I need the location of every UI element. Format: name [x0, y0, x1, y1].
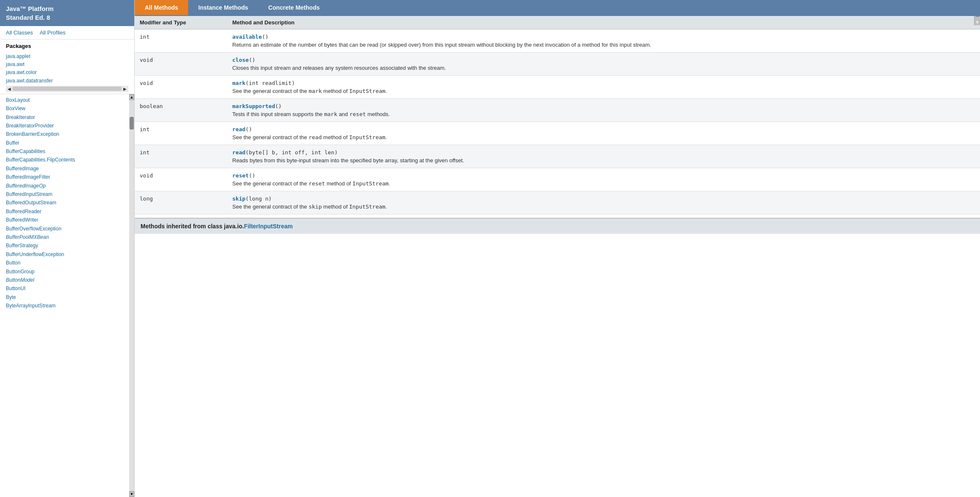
class-BufferedReader[interactable]: BufferedReader: [6, 207, 123, 216]
modifier-cell: void: [135, 53, 227, 76]
class-ButtonModel[interactable]: ButtonModel: [6, 276, 123, 284]
method-link-available[interactable]: available: [232, 34, 262, 40]
method-link-close[interactable]: close: [232, 57, 249, 63]
method-cell: mark(int readlimit) See the general cont…: [227, 76, 980, 99]
method-desc: Returns an estimate of the number of byt…: [232, 42, 975, 48]
method-link-markSupported[interactable]: markSupported: [232, 103, 275, 109]
table-row: void reset() See the general contract of…: [135, 168, 980, 191]
class-BufferCapabilities-FlipContents[interactable]: BufferCapabilities.FlipContents: [6, 156, 123, 164]
class-BufferPoolMXBean[interactable]: BufferPoolMXBean: [6, 233, 123, 241]
packages-scroll-area: java.applet java.awt java.awt.color java…: [6, 53, 128, 85]
scroll-left-arrow[interactable]: ◀: [8, 87, 11, 91]
classes-scroll-thumb[interactable]: [130, 117, 134, 130]
table-row: boolean markSupported() Tests if this in…: [135, 99, 980, 122]
method-link-read[interactable]: read: [232, 126, 245, 132]
col-modifier-header: Modifier and Type: [135, 16, 227, 29]
sidebar: Java™ Platform Standard Ed. 8 ▲ ▼ All Cl…: [0, 0, 135, 497]
table-row: int read() See the general contract of t…: [135, 122, 980, 145]
tab-concrete-methods[interactable]: Concrete Methods: [258, 0, 330, 15]
class-BufferedImageOp[interactable]: BufferedImageOp: [6, 182, 123, 190]
table-row: void mark(int readlimit) See the general…: [135, 76, 980, 99]
inherited-section: Methods inherited from class java.io.Fil…: [135, 218, 980, 234]
method-cell: skip(long n) See the general contract of…: [227, 191, 980, 214]
method-cell: markSupported() Tests if this input stre…: [227, 99, 980, 122]
method-link-reset[interactable]: reset: [232, 172, 249, 179]
scroll-right-arrow[interactable]: ▶: [123, 87, 127, 91]
tab-bar: All Methods Instance Methods Concrete Me…: [135, 0, 980, 16]
class-ButtonGroup[interactable]: ButtonGroup: [6, 267, 123, 276]
table-row: int read(byte[] b, int off, int len) Rea…: [135, 145, 980, 168]
class-Button[interactable]: Button: [6, 259, 123, 267]
sidebar-header: Java™ Platform Standard Ed. 8 ▲ ▼: [0, 0, 134, 26]
inherited-class-link[interactable]: FilterInputStream: [244, 223, 293, 230]
table-row: void close() Closes this input stream an…: [135, 53, 980, 76]
sidebar-title: Java™ Platform Standard Ed. 8: [6, 5, 53, 21]
method-cell: read() See the general contract of the r…: [227, 122, 980, 145]
inherited-label: Methods inherited from class java.io.: [141, 223, 244, 230]
class-Buffer[interactable]: Buffer: [6, 139, 123, 147]
classes-scroll-track: [130, 100, 134, 491]
method-cell: available() Returns an estimate of the n…: [227, 29, 980, 53]
class-BufferedImage[interactable]: BufferedImage: [6, 164, 123, 173]
main-content: All Methods Instance Methods Concrete Me…: [135, 0, 980, 497]
package-java-applet[interactable]: java.applet: [6, 53, 128, 61]
method-desc: Closes this input stream and releases an…: [232, 65, 975, 71]
classes-list: BoxLayout BoxView BreakIterator BreakIte…: [0, 94, 129, 497]
methods-table: Modifier and Type Method and Description…: [135, 16, 980, 214]
classes-scrollbar: ▲ ▼: [129, 94, 134, 497]
method-desc: See the general contract of the read met…: [232, 134, 975, 140]
class-BufferStrategy[interactable]: BufferStrategy: [6, 241, 123, 250]
table-header-row: Modifier and Type Method and Description: [135, 16, 980, 29]
modifier-cell: boolean: [135, 99, 227, 122]
all-profiles-link[interactable]: All Profiles: [40, 29, 65, 36]
modifier-cell: void: [135, 76, 227, 99]
class-Byte[interactable]: Byte: [6, 293, 123, 301]
method-desc: See the general contract of the mark met…: [232, 88, 975, 94]
col-method-header: Method and Description: [227, 16, 980, 29]
class-BufferedOutputStream[interactable]: BufferedOutputStream: [6, 198, 123, 207]
classes-scroll-down[interactable]: ▼: [129, 491, 134, 497]
class-BrokenBarrierException[interactable]: BrokenBarrierException: [6, 130, 123, 138]
class-ByteArrayInputStream[interactable]: ByteArrayInputStream: [6, 301, 123, 310]
package-java-awt-datatransfer[interactable]: java.awt.datatransfer: [6, 77, 128, 85]
package-java-awt[interactable]: java.awt: [6, 61, 128, 69]
h-scrollbar-thumb[interactable]: [13, 87, 122, 91]
horizontal-scroll-bar: ◀ ▶: [6, 86, 128, 92]
class-BoxView[interactable]: BoxView: [6, 104, 123, 113]
method-desc: See the general contract of the skip met…: [232, 204, 975, 210]
classes-scroll-up[interactable]: ▲: [129, 94, 134, 100]
classes-panel: BoxLayout BoxView BreakIterator BreakIte…: [0, 94, 134, 497]
modifier-cell: int: [135, 145, 227, 168]
modifier-cell: long: [135, 191, 227, 214]
method-cell: reset() See the general contract of the …: [227, 168, 980, 191]
method-desc: Reads bytes from this byte-input stream …: [232, 157, 975, 164]
class-BufferOverflowException[interactable]: BufferOverflowException: [6, 225, 123, 233]
class-BufferedInputStream[interactable]: BufferedInputStream: [6, 190, 123, 198]
method-desc: Tests if this input stream supports the …: [232, 111, 975, 117]
method-cell: read(byte[] b, int off, int len) Reads b…: [227, 145, 980, 168]
modifier-cell: int: [135, 122, 227, 145]
class-BoxLayout[interactable]: BoxLayout: [6, 96, 123, 104]
tab-all-methods[interactable]: All Methods: [135, 0, 188, 15]
class-BreakIterator[interactable]: BreakIterator: [6, 113, 123, 122]
class-BufferUnderflowException[interactable]: BufferUnderflowException: [6, 250, 123, 259]
method-link-skip[interactable]: skip: [232, 196, 245, 202]
package-java-awt-color[interactable]: java.awt.color: [6, 69, 128, 77]
packages-label: Packages: [0, 40, 134, 51]
class-BreakIteratorProvider[interactable]: BreakIteratorProvider: [6, 122, 123, 130]
tab-instance-methods[interactable]: Instance Methods: [188, 0, 258, 15]
sidebar-nav: All Classes All Profiles: [0, 26, 134, 40]
method-link-mark[interactable]: mark: [232, 80, 245, 86]
modifier-cell: int: [135, 29, 227, 53]
all-classes-link[interactable]: All Classes: [6, 29, 33, 36]
class-BufferedImageFilter[interactable]: BufferedImageFilter: [6, 173, 123, 181]
table-row: long skip(long n) See the general contra…: [135, 191, 980, 214]
class-ButtonUI[interactable]: ButtonUI: [6, 284, 123, 293]
method-desc: See the general contract of the reset me…: [232, 180, 975, 187]
table-row: int available() Returns an estimate of t…: [135, 29, 980, 53]
method-link-read-bytes[interactable]: read: [232, 149, 245, 156]
method-cell: close() Closes this input stream and rel…: [227, 53, 980, 76]
packages-list: java.applet java.awt java.awt.color java…: [0, 51, 134, 94]
class-BufferCapabilities[interactable]: BufferCapabilities: [6, 147, 123, 156]
class-BufferedWriter[interactable]: BufferedWriter: [6, 216, 123, 224]
